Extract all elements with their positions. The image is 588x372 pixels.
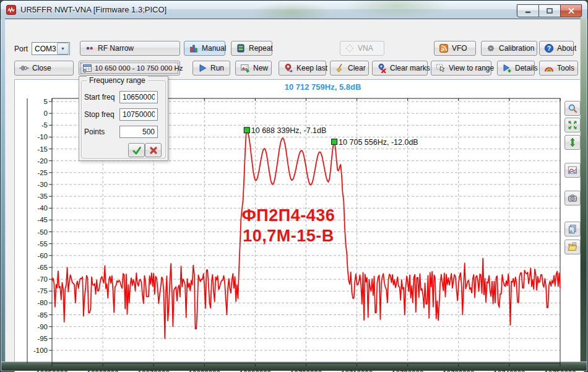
minimize-button[interactable]	[517, 4, 539, 17]
client-area: Port COM3 ▼ RF NarrowManualRepeatVNAVFOC…	[6, 19, 580, 361]
annotation-line-2: 10,7М-15-В	[214, 226, 363, 246]
chart-annotation: ФП2П4-436 10,7М-15-В	[214, 205, 363, 246]
repeat-button[interactable]: Repeat	[231, 41, 272, 56]
start-freq-field[interactable]	[119, 91, 158, 103]
save-chart-button[interactable]	[564, 163, 581, 178]
fit-window-button[interactable]	[564, 118, 581, 132]
keep-last-label: Keep last	[296, 64, 327, 72]
fit-arrows-icon	[568, 120, 577, 130]
app-icon	[6, 5, 16, 15]
points-field[interactable]	[119, 126, 158, 138]
vfo-button[interactable]: VFO	[434, 41, 476, 56]
title-bar[interactable]: UR5FFR NWT-VNA [Firmware 1.3;PICO]	[1, 1, 587, 19]
new-button[interactable]: New	[235, 61, 272, 76]
run-label: Run	[210, 64, 224, 72]
play-icon	[197, 63, 207, 73]
keep-last-button[interactable]: Keep last	[279, 61, 326, 76]
tools-button[interactable]: Tools	[539, 61, 578, 76]
stop-freq-field[interactable]	[119, 108, 158, 121]
rf-narrow-label: RF Narrow	[98, 44, 134, 53]
vna-button: VNA	[340, 41, 384, 56]
cancel-button[interactable]	[145, 143, 162, 157]
chevron-down-icon: ▼	[57, 43, 69, 54]
copy-data-button[interactable]	[564, 222, 581, 236]
rf-narrow-button[interactable]: RF Narrow	[80, 41, 180, 56]
calibration-label: Calibration	[499, 44, 534, 53]
desktop: UR5FFR NWT-VNA [Firmware 1.3;PICO] Port …	[0, 0, 588, 372]
new-label: New	[253, 64, 268, 72]
maximize-icon	[547, 8, 553, 14]
check-icon	[132, 145, 142, 155]
stop-freq-label: Stop freq	[84, 110, 115, 119]
close-button[interactable]: Close	[14, 61, 74, 76]
about-button[interactable]: ?About	[539, 41, 574, 56]
vfo-label: VFO	[452, 44, 467, 53]
rss-icon	[439, 43, 449, 53]
manual-button[interactable]: Manual	[184, 41, 225, 56]
tools-label: Tools	[557, 64, 574, 72]
window-border-left	[1, 19, 6, 361]
minimize-icon	[525, 8, 531, 14]
pin-icon	[283, 63, 293, 73]
broom-icon	[335, 63, 345, 73]
annotation-line-1: ФП2П4-436	[214, 205, 363, 226]
start-freq-label: Start freq	[84, 93, 115, 102]
zoom-button[interactable]	[564, 101, 581, 116]
about-label: About	[557, 44, 576, 53]
port-value: COM3	[32, 45, 57, 53]
v-arrows-icon	[568, 137, 577, 147]
view-to-range-label: View to range	[449, 64, 494, 72]
screenshot-button[interactable]	[564, 191, 581, 205]
calibration-button[interactable]: Calibration	[481, 41, 537, 56]
vna-label: VNA	[358, 44, 373, 53]
clear-label: Clear	[348, 64, 366, 72]
bar-chart-icon	[189, 43, 199, 53]
dots-icon	[85, 43, 95, 53]
apply-button[interactable]	[128, 143, 145, 157]
window-title: UR5FFR NWT-VNA [Firmware 1.3;PICO]	[20, 5, 166, 14]
freq-range-label: 10 650 000 - 10 750 000 Hz	[95, 64, 183, 72]
question-icon: ?	[544, 43, 554, 53]
close-window-button[interactable]	[561, 4, 582, 17]
film-icon	[236, 43, 246, 53]
rainbow-icon	[544, 63, 554, 73]
x-icon	[149, 145, 158, 155]
magnifier-icon	[568, 103, 577, 113]
port-label: Port	[14, 45, 28, 53]
table-icon	[82, 63, 92, 73]
play-plus-icon	[502, 63, 512, 73]
svg-text:?: ?	[547, 45, 551, 52]
hand-icon	[436, 63, 446, 73]
repeat-label: Repeat	[249, 44, 273, 53]
app-window: UR5FFR NWT-VNA [Firmware 1.3;PICO] Port …	[0, 0, 588, 372]
plug-icon	[19, 63, 29, 73]
window-border-right	[580, 19, 587, 361]
details-label: Details	[515, 64, 538, 72]
pin-x-icon	[377, 63, 387, 73]
clear-button[interactable]: Clear	[330, 61, 369, 76]
camera-icon	[568, 193, 577, 203]
image-plus-icon	[240, 63, 250, 73]
details-button[interactable]: Details	[497, 61, 535, 76]
run-button[interactable]: Run	[192, 61, 230, 76]
manual-label: Manual	[202, 44, 226, 53]
fit-vertical-button[interactable]	[564, 135, 581, 150]
clear-marks-label: Clear marks	[390, 64, 430, 72]
group-title: Frequency range	[87, 76, 148, 85]
clear-marks-button[interactable]: Clear marks	[372, 61, 428, 76]
caption-buttons	[517, 4, 582, 16]
freq-range-button[interactable]: 10 650 000 - 10 750 000 Hz	[79, 61, 180, 76]
export-file-button[interactable]	[564, 240, 581, 254]
port-select[interactable]: COM3 ▼	[32, 42, 70, 55]
close-label: Close	[32, 64, 51, 72]
sparkle-icon	[345, 43, 355, 53]
points-label: Points	[84, 128, 105, 136]
frequency-range-popup: Frequency range Start freq Stop freq Poi…	[79, 76, 168, 161]
close-icon	[568, 8, 574, 14]
copy-pages-icon	[568, 224, 577, 234]
window-border-bottom	[1, 361, 587, 371]
folder-doc-icon	[568, 242, 577, 252]
maximize-button[interactable]	[539, 4, 561, 17]
view-to-range-button[interactable]: View to range	[431, 61, 491, 76]
chart-image-icon	[568, 165, 577, 175]
